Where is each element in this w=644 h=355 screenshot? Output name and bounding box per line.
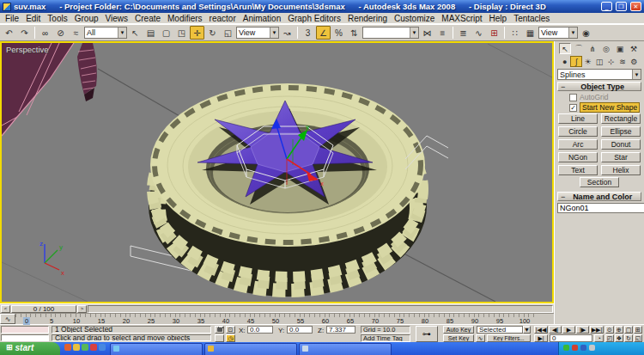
bind-to-space-warp-icon[interactable]: ≈ bbox=[69, 26, 83, 40]
frame-forward-button[interactable]: > bbox=[77, 305, 87, 313]
selection-lock-toggle[interactable] bbox=[215, 326, 224, 334]
menu-maxscript[interactable]: MAXScript bbox=[438, 14, 485, 23]
donut-button[interactable]: Donut bbox=[601, 139, 641, 150]
render-type-dropdown[interactable]: View ▼ bbox=[538, 27, 578, 39]
menu-views[interactable]: Views bbox=[102, 14, 132, 23]
previous-frame-button[interactable]: ◀| bbox=[549, 326, 562, 334]
shapes-icon[interactable]: ʃ bbox=[570, 56, 582, 67]
unlink-selection-icon[interactable]: ⊘ bbox=[53, 26, 68, 40]
title-bar[interactable]: suv.max - Project Folder: C:\Documents a… bbox=[0, 0, 644, 13]
mirror-icon[interactable]: ⋈ bbox=[420, 26, 434, 40]
quick-launch-icon[interactable] bbox=[99, 344, 106, 351]
align-icon[interactable]: ≡ bbox=[435, 26, 450, 40]
go-to-end-button[interactable]: ▶▶| bbox=[590, 326, 604, 334]
spinner-snap-icon[interactable]: ⇅ bbox=[347, 26, 361, 40]
select-by-name-icon[interactable]: ▤ bbox=[143, 26, 158, 40]
menu-animation[interactable]: Animation bbox=[240, 14, 284, 23]
key-mode-toggle-button[interactable]: ▶| bbox=[534, 334, 548, 342]
taskbar-window-button[interactable] bbox=[110, 343, 203, 355]
menu-reactor[interactable]: reactor bbox=[206, 14, 240, 23]
render-setup-icon[interactable]: ▦ bbox=[523, 26, 538, 40]
mini-curve-editor-icon[interactable]: ∿ bbox=[0, 314, 15, 324]
layer-manager-icon[interactable]: ≣ bbox=[456, 26, 471, 40]
chevron-down-icon[interactable]: ▼ bbox=[118, 28, 126, 38]
rectangle-button[interactable]: Rectangle bbox=[601, 113, 641, 124]
menu-file[interactable]: File bbox=[2, 14, 22, 23]
start-new-shape-checkbox[interactable]: ✓ bbox=[569, 104, 577, 112]
select-and-rotate-icon[interactable]: ↻ bbox=[205, 26, 220, 40]
star-button[interactable]: Star bbox=[601, 152, 641, 162]
current-frame-field[interactable]: 0 bbox=[550, 334, 592, 342]
modify-tab-icon[interactable]: ⌒ bbox=[573, 43, 585, 54]
next-frame-button[interactable]: |▶ bbox=[576, 326, 589, 334]
quick-render-icon[interactable]: ◉ bbox=[579, 26, 593, 40]
percent-snap-icon[interactable]: % bbox=[331, 26, 346, 40]
quick-launch-icon[interactable] bbox=[73, 344, 80, 351]
zoom-icon[interactable]: ⊙ bbox=[605, 326, 614, 334]
menu-modifiers[interactable]: Modifiers bbox=[164, 14, 206, 23]
create-tab-icon[interactable]: ↖ bbox=[559, 43, 571, 54]
shape-class-dropdown[interactable]: Splines ▼ bbox=[557, 69, 641, 80]
reference-coordinate-dropdown[interactable]: View ▼ bbox=[236, 27, 279, 39]
add-time-tag[interactable]: Add Time Tag bbox=[361, 334, 410, 342]
viewport-canvas[interactable]: y x z y x bbox=[2, 43, 552, 302]
tray-icon[interactable] bbox=[572, 345, 578, 351]
x-coordinate-field[interactable]: 0.0 bbox=[247, 326, 273, 334]
key-shortcut-toggle-icon[interactable]: ⊶ bbox=[416, 326, 438, 342]
tray-icon[interactable] bbox=[580, 345, 586, 351]
redo-icon[interactable]: ↷ bbox=[17, 26, 32, 40]
menu-help[interactable]: Help bbox=[486, 14, 511, 23]
chevron-down-icon[interactable]: ▼ bbox=[632, 70, 641, 79]
pan-icon[interactable]: ❖ bbox=[615, 334, 623, 342]
trackbar-ruler[interactable]: 0 5 10 15 20 25 30 35 40 45 50 55 60 65 … bbox=[15, 314, 538, 324]
quick-launch-icon[interactable] bbox=[64, 344, 71, 351]
menu-edit[interactable]: Edit bbox=[22, 14, 44, 23]
chevron-down-icon[interactable]: ▼ bbox=[523, 326, 531, 334]
arc-rotate-icon[interactable]: ↻ bbox=[624, 334, 633, 342]
space-warps-icon[interactable]: ≋ bbox=[617, 56, 628, 67]
play-button[interactable]: ▶ bbox=[562, 326, 575, 334]
cameras-icon[interactable]: ◫ bbox=[593, 56, 605, 67]
menu-create[interactable]: Create bbox=[131, 14, 164, 23]
listener-field[interactable] bbox=[1, 334, 49, 342]
frame-back-button[interactable]: < bbox=[1, 305, 10, 313]
undo-icon[interactable]: ↶ bbox=[2, 26, 16, 40]
select-and-move-icon[interactable]: ✛ bbox=[190, 26, 204, 40]
autogrid-checkbox[interactable] bbox=[569, 94, 577, 101]
tray-icon[interactable] bbox=[589, 345, 595, 351]
new-key-curve-icon[interactable]: ∿ bbox=[476, 334, 485, 342]
motion-tab-icon[interactable]: ◎ bbox=[600, 43, 612, 54]
select-object-icon[interactable]: ↖ bbox=[128, 26, 143, 40]
object-type-rollout-header[interactable]: − Object Type bbox=[557, 82, 641, 91]
quick-launch-icon[interactable] bbox=[82, 344, 88, 351]
chevron-down-icon[interactable]: ▼ bbox=[410, 28, 418, 38]
start-button[interactable]: ⊞ start bbox=[0, 342, 60, 355]
minimize-button[interactable]: _ bbox=[601, 2, 612, 11]
geometry-icon[interactable]: ● bbox=[559, 56, 570, 67]
chevron-down-icon[interactable]: ▼ bbox=[568, 28, 577, 38]
collapse-icon[interactable]: − bbox=[561, 193, 565, 201]
ngon-button[interactable]: NGon bbox=[558, 152, 598, 162]
helpers-icon[interactable]: ⊹ bbox=[605, 56, 617, 67]
quick-launch-icon[interactable] bbox=[90, 344, 97, 351]
min-max-toggle-icon[interactable]: ◱ bbox=[634, 334, 642, 342]
absolute-mode-toggle[interactable]: ⊡ bbox=[226, 326, 235, 334]
ellipse-button[interactable]: Ellipse bbox=[601, 126, 641, 137]
zoom-extents-icon[interactable]: ▢ bbox=[624, 326, 633, 334]
time-slider-thumb[interactable]: 0 / 100 bbox=[11, 305, 76, 313]
status-panel-toggle[interactable] bbox=[215, 334, 224, 342]
display-tab-icon[interactable]: ▣ bbox=[614, 43, 626, 54]
taskbar-window-button[interactable] bbox=[299, 343, 392, 355]
collapse-icon[interactable]: − bbox=[561, 83, 565, 91]
section-button[interactable]: Section bbox=[580, 177, 619, 187]
menu-rendering[interactable]: Rendering bbox=[344, 14, 391, 23]
circle-button[interactable]: Circle bbox=[558, 126, 598, 137]
time-slider-track[interactable] bbox=[88, 305, 553, 313]
auto-key-button[interactable]: Auto Key bbox=[443, 326, 474, 334]
zoom-all-icon[interactable]: ⊕ bbox=[615, 326, 623, 334]
z-coordinate-field[interactable]: 7.337 bbox=[326, 326, 355, 334]
taskbar-window-button[interactable] bbox=[204, 343, 297, 355]
zoom-extents-all-icon[interactable]: ⊞ bbox=[634, 326, 642, 334]
select-and-scale-icon[interactable]: ◱ bbox=[221, 26, 235, 40]
object-name-field[interactable] bbox=[557, 203, 644, 213]
